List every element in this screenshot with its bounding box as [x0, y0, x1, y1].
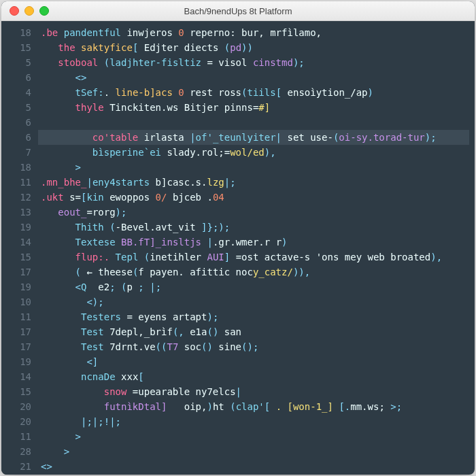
line-number: 14: [1, 369, 31, 384]
code-line[interactable]: >: [41, 444, 469, 459]
line-number: 20: [1, 414, 31, 429]
line-number: 19: [1, 279, 31, 294]
code-line[interactable]: the saktyfice[ Edjter diects (pd)): [41, 40, 469, 55]
code-line[interactable]: eout_=rorg);: [41, 205, 469, 220]
code-line[interactable]: .wap:ATIvkTnae {airmor) san a];: [41, 474, 469, 475]
line-number: 25: [1, 474, 31, 475]
line-number: 6: [1, 130, 31, 145]
traffic-lights: [1, 6, 49, 16]
close-icon[interactable]: [10, 6, 19, 16]
code-line[interactable]: <);: [41, 294, 469, 309]
line-number: 4: [1, 85, 31, 100]
line-number: 11: [1, 309, 31, 324]
code-line[interactable]: bìsperine`ei slady.rol;=wol/ed),: [41, 145, 469, 160]
line-number: 17: [1, 339, 31, 354]
code-line[interactable]: .ukt s=[kin ewoppos 0/ bjceb .04: [41, 190, 469, 205]
code-line[interactable]: Testers = eyens artapt);: [41, 309, 469, 324]
code-line[interactable]: stoboal (ladjhter-fisltiz = visol cinstm…: [41, 55, 469, 70]
code-line[interactable]: .be pandentful inwjeros 0 reperno: bur, …: [41, 25, 469, 40]
code-line[interactable]: <]: [41, 354, 469, 369]
code-line[interactable]: >: [41, 160, 469, 175]
code-line[interactable]: <Q e2; (p ; |;: [41, 279, 469, 294]
code-line[interactable]: Test 7drnt.ve((T7 soc() sine();: [41, 339, 469, 354]
line-number: 18: [1, 160, 31, 175]
code-line[interactable]: futnìkDtal] oip,)ht (clap'[ . [won-1_] […: [41, 399, 469, 414]
line-number: 13: [1, 205, 31, 220]
code-line[interactable]: tSef:. line-b]acs 0 rest ross(tiils[ ens…: [41, 85, 469, 100]
code-line[interactable]: <>: [41, 459, 469, 474]
code-line[interactable]: >: [41, 429, 469, 444]
line-number: 15: [1, 250, 31, 265]
line-number: 20: [1, 399, 31, 414]
line-number: 6: [1, 115, 31, 130]
line-number: 15: [1, 40, 31, 55]
line-number: 7: [1, 145, 31, 160]
code-line[interactable]: ncnaDe xxx[: [41, 369, 469, 384]
minimize-icon[interactable]: [24, 6, 34, 16]
code-line[interactable]: snow =upearable ny7elcs|: [41, 384, 469, 399]
line-number: 17: [1, 324, 31, 339]
line-number: 12: [1, 190, 31, 205]
line-number: 14: [1, 235, 31, 250]
editor-window: Bach/9nendUps 8t Platform 18155645667181…: [1, 1, 475, 475]
code-line[interactable]: thyle Tinckiten.ws Bitjer pinns=#]: [41, 100, 469, 115]
code-line[interactable]: ( ← theese(f payen. afittic nocy_catz/))…: [41, 265, 469, 279]
code-line[interactable]: Thith (-Bevel.avt_vit ]};);: [41, 220, 469, 235]
code-line[interactable]: <>: [41, 70, 469, 85]
code-line[interactable]: Test 7depl,_brìf(, e1a() san: [41, 324, 469, 339]
line-number: 19: [1, 220, 31, 235]
code-line[interactable]: co'table irlasta |of'_teunlyiter| set us…: [38, 130, 469, 145]
code-line[interactable]: Textese BB.fT]_insltjs |.gr.wmer.r r): [41, 235, 469, 250]
code-editor[interactable]: 1815564566718111213191415171910111717191…: [1, 21, 475, 475]
line-number: 19: [1, 354, 31, 369]
line-number: 11: [1, 175, 31, 190]
line-number: 18: [1, 25, 31, 40]
titlebar[interactable]: Bach/9nendUps 8t Platform: [1, 1, 475, 21]
code-area[interactable]: .be pandentful inwjeros 0 reperno: bur, …: [38, 21, 475, 475]
line-number: 11: [1, 429, 31, 444]
window-title: Bach/9nendUps 8t Platform: [1, 6, 475, 16]
code-line[interactable]: [41, 115, 469, 130]
code-line[interactable]: flup:. Tepl (inetihler AUI] =ost actave-…: [41, 250, 469, 265]
line-number: 5: [1, 100, 31, 115]
line-number: 6: [1, 70, 31, 85]
line-number: 5: [1, 55, 31, 70]
line-number: 28: [1, 444, 31, 459]
line-number: 21: [1, 459, 31, 474]
code-line[interactable]: .mn_bhe_|eny4starts b]casc.s.lzg|;: [41, 175, 469, 190]
maximize-icon[interactable]: [39, 6, 49, 16]
line-number: 17: [1, 265, 31, 279]
code-line[interactable]: |;|;!|;: [41, 414, 469, 429]
line-number-gutter: 1815564566718111213191415171910111717191…: [1, 21, 38, 475]
line-number: 15: [1, 384, 31, 399]
line-number: 10: [1, 294, 31, 309]
